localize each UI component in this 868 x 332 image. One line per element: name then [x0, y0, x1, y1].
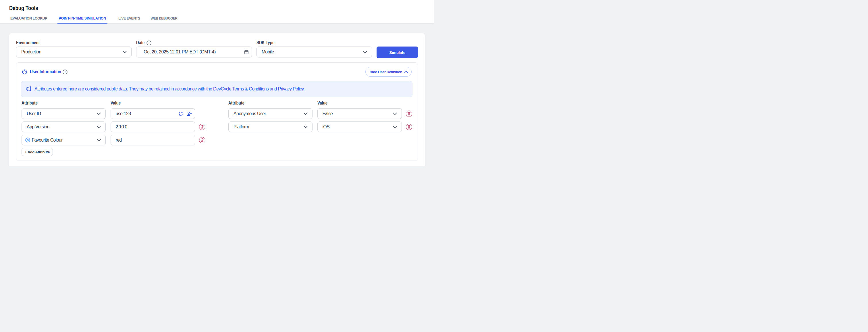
svg-text:i: i	[65, 70, 65, 73]
svg-text:i: i	[149, 41, 149, 44]
svg-text:S: S	[27, 139, 28, 142]
